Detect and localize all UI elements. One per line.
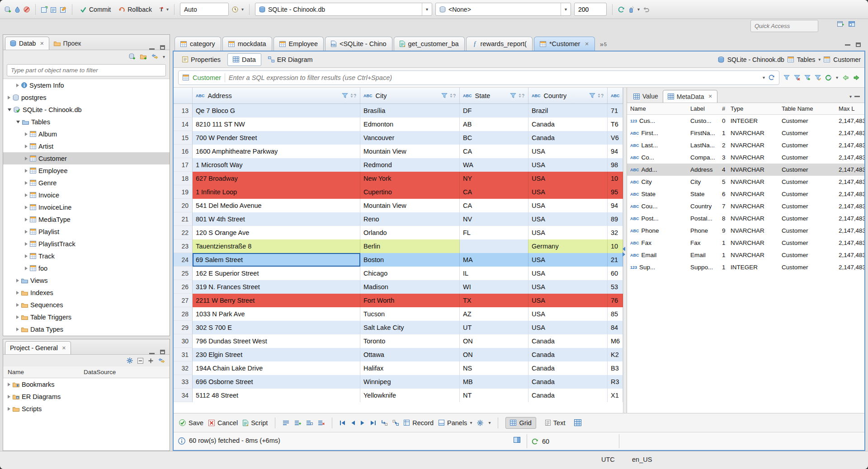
column-header-country[interactable]: ABCCountry?	[528, 88, 608, 103]
cell[interactable]: 162 E Superior Street	[193, 267, 360, 280]
cell[interactable]: 627 Broadway	[193, 172, 360, 185]
cell[interactable]: Canada	[528, 375, 608, 389]
metadata-row[interactable]: ABCPost...Postal...8NVARCHARCustomer2,14…	[627, 212, 864, 225]
cell[interactable]: Canada	[528, 361, 608, 375]
cell[interactable]: USA	[528, 307, 608, 321]
cell[interactable]: CA	[460, 185, 528, 199]
cell[interactable]: Canada	[528, 131, 608, 145]
navigator-tab-datab[interactable]: Datab✕	[5, 37, 49, 50]
cell[interactable]: AB	[460, 117, 528, 131]
project-tab[interactable]: Project - General ✕	[5, 341, 71, 354]
cell[interactable]: 98	[608, 158, 623, 172]
project-item-scripts[interactable]: Scripts	[3, 403, 170, 415]
cell[interactable]: 76	[608, 294, 623, 307]
editor-tab-employee[interactable]: Employee	[274, 37, 324, 51]
cell[interactable]: ON	[460, 348, 528, 361]
cell[interactable]: 89	[608, 212, 623, 226]
close-tab-icon[interactable]: ✕	[62, 345, 66, 351]
cell[interactable]: Canada	[528, 334, 608, 348]
cell[interactable]: X1	[608, 389, 623, 402]
cell[interactable]: AZ	[460, 307, 528, 321]
link-with-editor-icon[interactable]	[151, 54, 158, 59]
cell[interactable]: Vancouver	[360, 131, 460, 145]
cell[interactable]: Madison	[360, 280, 460, 294]
project-item-bookmarks[interactable]: Bookmarks	[3, 378, 170, 390]
delete-row-icon[interactable]	[318, 420, 325, 426]
next-result-icon[interactable]	[853, 75, 860, 80]
metadata-row[interactable]: ABCPhonePhone9NVARCHARCustomer2,147,483	[627, 225, 864, 237]
cell[interactable]: USA	[528, 185, 608, 199]
open-sql-console-icon[interactable]	[51, 6, 57, 13]
timezone-indicator[interactable]: UTC	[601, 456, 615, 463]
cell[interactable]: Fort Worth	[360, 294, 460, 307]
cell[interactable]: UT	[460, 321, 528, 334]
record-button[interactable]: Record	[404, 419, 434, 427]
commit-button[interactable]: Commit	[78, 5, 113, 14]
filter-history-icon[interactable]: ▾	[763, 75, 765, 80]
cell[interactable]: Redmond	[360, 158, 460, 172]
cell[interactable]: Ottawa	[360, 348, 460, 361]
chevron-down-icon[interactable]: ▾	[422, 3, 432, 15]
cell[interactable]: IL	[460, 267, 528, 280]
meta-column-label[interactable]: Label	[689, 105, 720, 112]
metadata-row[interactable]: ABCStateState6NVARCHARCustomer2,147,483	[627, 188, 864, 200]
cell[interactable]: 10	[608, 172, 623, 185]
connection-select[interactable]: SQLite - Chinook.db ▾	[255, 3, 432, 16]
gear-icon[interactable]	[127, 357, 133, 364]
tree-item-table-triggers[interactable]: Table Triggers	[3, 311, 170, 323]
close-tab-icon[interactable]: ✕	[40, 41, 44, 47]
cell[interactable]: 71	[608, 104, 623, 117]
add-item-icon[interactable]	[148, 358, 154, 364]
mock-data-icon[interactable]	[628, 6, 634, 13]
cell[interactable]: NV	[460, 212, 528, 226]
meta-column-x[interactable]: #	[720, 105, 729, 112]
cell[interactable]: Reno	[360, 212, 460, 226]
cell[interactable]: Cupertino	[360, 185, 460, 199]
project-item-er-diagrams[interactable]: ER Diagrams	[3, 390, 170, 403]
cell[interactable]: Brasília	[360, 104, 460, 117]
tab-data[interactable]: Data	[227, 53, 261, 66]
cell[interactable]: 60	[608, 267, 623, 280]
chevron-down-icon[interactable]: ▾	[849, 94, 852, 99]
tree-item-artist[interactable]: Artist	[3, 140, 170, 152]
expand-arrow-icon[interactable]	[16, 291, 19, 295]
fetch-all-rows-icon[interactable]	[392, 420, 399, 426]
cell[interactable]: 21	[608, 253, 623, 267]
navigator-tab-проек[interactable]: Проек	[49, 37, 86, 50]
cell[interactable]: Mountain View	[360, 145, 460, 158]
tree-item-postgres[interactable]: postgres	[3, 91, 170, 103]
cell[interactable]: 8210 111 ST NW	[193, 117, 360, 131]
dropdown-caret-icon[interactable]: ▾	[637, 7, 640, 12]
cell[interactable]: 94	[608, 199, 623, 212]
tree-item-invoice[interactable]: Invoice	[3, 189, 170, 201]
cell[interactable]: 53	[608, 280, 623, 294]
cell[interactable]: MB	[460, 375, 528, 389]
cancel-button[interactable]: Cancel	[208, 419, 238, 427]
cell[interactable]: Toronto	[360, 334, 460, 348]
metadata-row[interactable]: ABCCou...Country7NVARCHARCustomer2,147,4…	[627, 200, 864, 212]
chevron-down-icon[interactable]: ▾	[561, 3, 571, 15]
cell[interactable]: 541 Del Medio Avenue	[193, 199, 360, 212]
tree-item-invoiceline[interactable]: InvoiceLine	[3, 201, 170, 213]
cell[interactable]: Brazil	[528, 104, 608, 117]
context-connection[interactable]: SQLite - Chinook.db	[727, 56, 784, 63]
tree-item-indexes[interactable]: Indexes	[3, 286, 170, 299]
object-filter-input[interactable]	[7, 64, 166, 76]
tree-item-views[interactable]: Views	[3, 274, 170, 286]
cell[interactable]: USA	[528, 212, 608, 226]
expand-arrow-icon[interactable]	[25, 132, 28, 136]
expand-arrow-icon[interactable]	[16, 279, 19, 282]
tree-item-employee[interactable]: Employee	[3, 164, 170, 177]
expand-arrow-icon[interactable]	[8, 395, 10, 399]
tree-item-track[interactable]: Track	[3, 250, 170, 262]
save-button[interactable]: Save	[179, 419, 203, 427]
expand-arrow-icon[interactable]	[16, 328, 19, 331]
cell[interactable]: M6	[608, 334, 623, 348]
cell[interactable]: USA	[528, 267, 608, 280]
script-button[interactable]: Script	[243, 419, 268, 427]
cell[interactable]: NT	[460, 389, 528, 402]
link-with-editor-icon[interactable]	[158, 358, 165, 363]
metadata-row[interactable]: ABCCityCity5NVARCHARCustomer2,147,483	[627, 176, 864, 188]
cell[interactable]: T6	[608, 117, 623, 131]
sql-filter-box[interactable]: Customer ▾	[178, 70, 779, 85]
